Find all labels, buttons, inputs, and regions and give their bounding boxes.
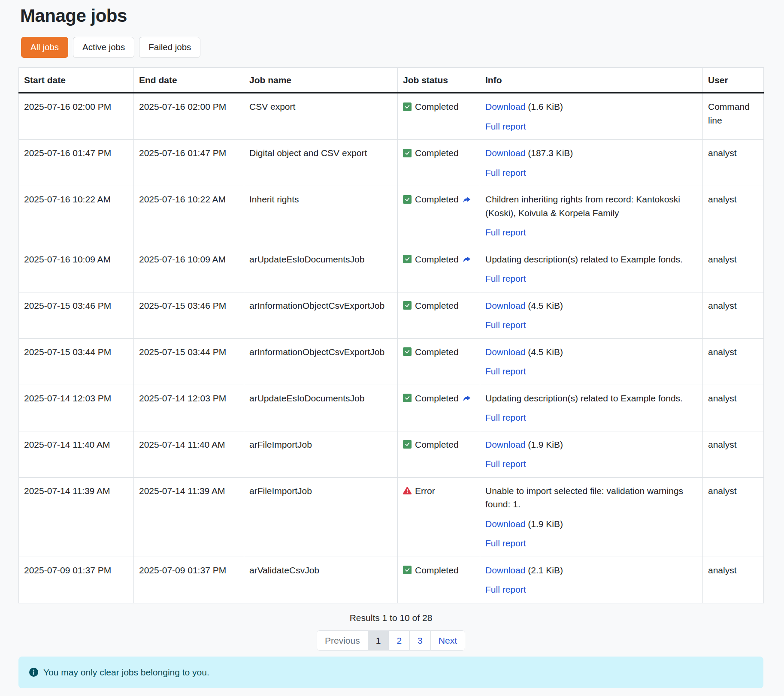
job-name-cell: arInformationObjectCsvExportJob [244,292,398,338]
start-date-cell: 2025-07-14 12:03 PM [19,385,134,431]
job-status-label: Completed [415,253,459,266]
user-cell: analyst [703,431,764,477]
info-cell: Download (2.1 KiB) Full report [480,557,703,603]
end-date-cell: 2025-07-14 11:40 AM [134,431,244,477]
shared-arrow-icon [462,195,471,204]
table-row: 2025-07-16 10:22 AM 2025-07-16 10:22 AM … [19,186,764,246]
job-status-label: Completed [415,563,459,577]
full-report-link[interactable]: Full report [485,168,526,178]
full-report-link[interactable]: Full report [485,366,526,376]
job-status-cell: Completed [398,557,480,603]
col-header-job-status: Job status [398,67,480,93]
download-link[interactable]: Download [485,565,525,575]
job-status-cell: Error [398,477,480,557]
download-size: (4.5 KiB) [525,347,563,357]
end-date-cell: 2025-07-16 01:47 PM [134,140,244,186]
pagination-next[interactable]: Next [431,631,465,650]
completed-check-icon [403,195,412,204]
completed-check-icon [403,566,412,574]
download-link[interactable]: Download [485,102,525,111]
end-date-cell: 2025-07-16 02:00 PM [134,93,244,140]
job-name-cell: arValidateCsvJob [244,557,398,603]
full-report-link[interactable]: Full report [485,413,526,422]
job-status-cell: Completed [398,385,480,431]
download-size: (4.5 KiB) [525,301,563,310]
completed-check-icon [403,255,412,263]
job-name-cell: Inherit rights [244,186,398,246]
info-note: Unable to import selected file: validati… [485,484,697,511]
info-cell: Unable to import selected file: validati… [480,477,703,557]
full-report-link[interactable]: Full report [485,320,526,330]
start-date-cell: 2025-07-16 02:00 PM [19,93,134,140]
job-status-label: Completed [415,392,459,405]
job-name-cell: Digital object and CSV export [244,140,398,186]
start-date-cell: 2025-07-16 01:47 PM [19,140,134,186]
start-date-cell: 2025-07-14 11:39 AM [19,477,134,557]
job-status-label: Completed [415,146,459,160]
table-header-row: Start date End date Job name Job status … [19,67,764,93]
start-date-cell: 2025-07-16 10:22 AM [19,186,134,246]
table-row: 2025-07-14 11:39 AM 2025-07-14 11:39 AM … [19,477,764,557]
download-link[interactable]: Download [485,347,525,357]
filter-active-jobs[interactable]: Active jobs [73,37,134,58]
job-status-label: Completed [415,193,459,206]
job-status-cell: Completed [398,140,480,186]
info-note: Children inheriting rights from record: … [485,193,697,220]
page-title: Manage jobs [20,6,763,26]
col-header-start-date: Start date [19,67,134,93]
info-cell: Download (4.5 KiB) Full report [480,338,703,385]
job-status-label: Completed [415,345,459,359]
info-cell: Download (187.3 KiB) Full report [480,140,703,186]
job-name-cell: arFileImportJob [244,431,398,477]
info-circle-icon [29,668,38,677]
table-row: 2025-07-16 02:00 PM 2025-07-16 02:00 PM … [19,93,764,140]
completed-check-icon [403,301,412,310]
job-status-cell: Completed [398,338,480,385]
table-row: 2025-07-15 03:44 PM 2025-07-15 03:44 PM … [19,338,764,385]
user-cell: analyst [703,140,764,186]
full-report-link[interactable]: Full report [485,121,526,131]
download-link[interactable]: Download [485,148,525,158]
end-date-cell: 2025-07-14 11:39 AM [134,477,244,557]
download-link[interactable]: Download [485,301,525,310]
filter-failed-jobs[interactable]: Failed jobs [139,37,200,58]
user-cell: analyst [703,186,764,246]
jobs-table-body: 2025-07-16 02:00 PM 2025-07-16 02:00 PM … [19,93,764,603]
job-name-cell: arUpdateEsIoDocumentsJob [244,385,398,431]
filter-all-jobs[interactable]: All jobs [21,37,68,58]
table-row: 2025-07-09 01:37 PM 2025-07-09 01:37 PM … [19,557,764,603]
pagination-previous: Previous [317,631,368,650]
job-status-cell: Completed [398,292,480,338]
full-report-link[interactable]: Full report [485,274,526,283]
info-cell: Download (1.6 KiB) Full report [480,93,703,140]
pagination-page-2[interactable]: 2 [389,631,410,650]
start-date-cell: 2025-07-15 03:46 PM [19,292,134,338]
job-status-label: Completed [415,299,459,313]
full-report-link[interactable]: Full report [485,538,526,548]
user-cell: analyst [703,557,764,603]
user-cell: analyst [703,292,764,338]
col-header-user: User [703,67,764,93]
pagination-page-3[interactable]: 3 [410,631,431,650]
download-link[interactable]: Download [485,519,525,529]
info-cell: Children inheriting rights from record: … [480,186,703,246]
info-banner: You may only clear jobs belonging to you… [18,657,763,688]
full-report-link[interactable]: Full report [485,227,526,237]
job-filter-group: All jobs Active jobs Failed jobs [21,37,763,58]
results-count: Results 1 to 10 of 28 [18,613,763,623]
start-date-cell: 2025-07-14 11:40 AM [19,431,134,477]
full-report-link[interactable]: Full report [485,459,526,469]
end-date-cell: 2025-07-16 10:09 AM [134,246,244,292]
info-note: Updating description(s) related to Examp… [485,392,697,405]
job-name-cell: arFileImportJob [244,477,398,557]
start-date-cell: 2025-07-15 03:44 PM [19,338,134,385]
job-status-cell: Completed [398,93,480,140]
download-size: (1.9 KiB) [525,440,563,449]
pagination-page-1: 1 [368,631,389,650]
full-report-link[interactable]: Full report [485,585,526,594]
jobs-table: Start date End date Job name Job status … [18,67,764,603]
job-name-cell: CSV export [244,93,398,140]
download-size: (1.6 KiB) [525,102,563,111]
job-status-cell: Completed [398,431,480,477]
download-link[interactable]: Download [485,440,525,449]
